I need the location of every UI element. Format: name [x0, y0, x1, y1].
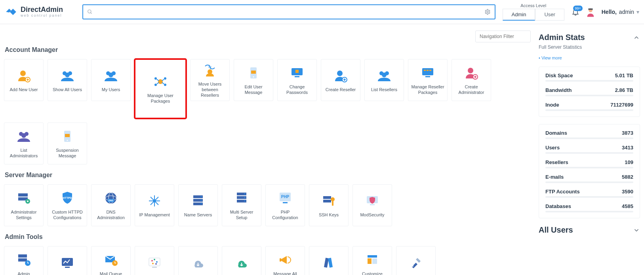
svg-point-66: [201, 199, 202, 201]
view-more-link[interactable]: • View more: [539, 55, 562, 60]
svg-point-25: [253, 76, 254, 77]
svg-point-39: [468, 68, 473, 73]
card-skin-manager[interactable]: Skin Manager: [309, 246, 349, 275]
svg-line-21: [162, 82, 164, 84]
brand-name: DirectAdmin: [21, 6, 63, 14]
card-suspension-message[interactable]: Suspension Message: [48, 122, 87, 164]
card-label: List Resellers: [371, 87, 397, 92]
stat-value: 2.86 TB: [615, 87, 633, 93]
card-add-new-user[interactable]: Add New User: [4, 59, 44, 101]
card-create-administrator[interactable]: Create Administrator: [452, 59, 491, 101]
card-label: Custom HTTPD Configurations: [50, 209, 84, 221]
card-change-passwords[interactable]: Change Passwords: [277, 59, 317, 101]
search-input[interactable]: [82, 4, 495, 19]
card-manage-reseller-packages[interactable]: Manage Reseller Packages: [408, 59, 448, 101]
users-icon: [59, 68, 75, 84]
svg-point-43: [21, 133, 26, 138]
svg-point-0: [88, 10, 91, 13]
card-message-all-users[interactable]: Message All Users: [265, 246, 305, 275]
card-create-reseller[interactable]: Create Reseller: [321, 59, 360, 101]
svg-rect-87: [65, 267, 70, 268]
notifications-button[interactable]: 99+: [572, 8, 579, 16]
card-maintenance[interactable]: Maintenance: [396, 246, 436, 275]
stat-row: Users3413: [545, 145, 633, 151]
svg-point-94: [155, 263, 157, 265]
mail-clock-icon: [103, 252, 119, 268]
card-ip-management[interactable]: IP Management: [135, 184, 174, 226]
card-name-servers[interactable]: Name Servers: [178, 184, 218, 226]
card-php-configuration[interactable]: PHPPHP Configuration: [265, 184, 305, 226]
notification-badge: 99+: [573, 6, 582, 11]
stat-value: 4585: [622, 203, 633, 209]
navigation-filter-input[interactable]: [475, 31, 531, 42]
card-multi-server-setup[interactable]: Multi Server Setup: [222, 184, 261, 226]
tools-icon: [408, 255, 424, 271]
svg-line-1: [91, 13, 92, 14]
admin-stats-header[interactable]: Admin Stats: [539, 33, 640, 42]
svg-rect-78: [323, 200, 331, 202]
access-tab-admin[interactable]: Admin: [503, 9, 535, 21]
shield-icon: HTTPD: [59, 190, 75, 206]
section-server-manager-grid: Administrator SettingsHTTPDCustom HTTPD …: [4, 184, 531, 226]
card-modsecurity[interactable]: ModSecurity: [352, 184, 392, 226]
svg-point-9: [65, 73, 70, 77]
access-tab-user[interactable]: User: [535, 9, 564, 21]
card-ssh-keys[interactable]: SSH Keys: [309, 184, 349, 226]
svg-point-61: [153, 199, 156, 202]
card-list-resellers[interactable]: List Resellers: [364, 59, 404, 101]
svg-rect-47: [18, 193, 28, 197]
globe-dns-icon: DNS: [103, 190, 119, 206]
card-label: SSH Keys: [319, 212, 339, 218]
user-plus-icon: [16, 68, 32, 84]
card-label: Suspension Message: [50, 147, 84, 159]
stat-name: Inode: [545, 102, 559, 108]
users-icon: [16, 128, 32, 144]
stat-row: E-mails5882: [545, 174, 633, 180]
card-custom-httpd-configurations[interactable]: HTTPDCustom HTTPD Configurations: [48, 184, 87, 226]
svg-point-29: [337, 71, 343, 76]
card-customize-evolution-skin[interactable]: Customize Evolution Skin: [352, 246, 392, 275]
card-list-administrators[interactable]: List Administrators: [4, 122, 44, 164]
card-cpanel-import[interactable]: cPanel Import: [222, 246, 261, 275]
card-service-monitor[interactable]: Service Monitor: [135, 246, 174, 275]
svg-rect-86: [62, 258, 73, 266]
admin-stats-title: Admin Stats: [539, 33, 585, 42]
stat-bar: [545, 167, 633, 168]
card-system-backup[interactable]: System Backup: [178, 246, 218, 275]
card-show-all-users[interactable]: Show All Users: [48, 59, 87, 101]
svg-rect-76: [283, 202, 288, 203]
svg-point-13: [158, 79, 163, 84]
all-users-header[interactable]: All Users: [539, 225, 640, 235]
card-manage-user-packages[interactable]: Manage User Packages: [135, 59, 186, 118]
card-edit-user-message[interactable]: Edit User Message: [234, 59, 273, 101]
section-account-manager-grid: Add New UserShow All UsersMy UsersManage…: [4, 59, 531, 164]
stat-row: Databases4585: [545, 203, 633, 209]
section-server-manager-title: Server Manager: [5, 172, 531, 179]
svg-point-90: [151, 260, 153, 262]
user-name: admin: [619, 9, 634, 15]
card-dns-administration[interactable]: DNSDNS Administration: [91, 184, 131, 226]
stat-bar: [545, 95, 633, 96]
gear-icon[interactable]: [484, 9, 491, 15]
card-label: Move Users between Resellers: [193, 81, 227, 98]
card-process-monitor[interactable]: Process Monitor: [48, 246, 87, 275]
logo[interactable]: DirectAdmin web control panel: [5, 6, 76, 18]
logo-icon: [5, 6, 17, 18]
svg-point-71: [244, 193, 246, 194]
card-my-users[interactable]: My Users: [91, 59, 131, 101]
card-label: Show All Users: [53, 87, 82, 92]
card-label: DNS Administration: [94, 209, 128, 221]
card-move-users-between-resellers[interactable]: Move Users between Resellers: [190, 59, 230, 101]
section-admin-tools-grid: Admin Backup/TransferProcess MonitorMail…: [4, 246, 531, 275]
svg-rect-45: [65, 134, 70, 137]
stat-name: FTP Accounts: [545, 189, 580, 195]
card-administrator-settings[interactable]: Administrator Settings: [4, 184, 44, 226]
chevron-up-icon: [633, 34, 640, 41]
megaphone-icon: [277, 252, 293, 268]
card-admin-backup-transfer[interactable]: Admin Backup/Transfer: [4, 246, 44, 275]
stat-name: Disk Space: [545, 73, 573, 78]
user-menu[interactable]: Hello, admin ▾: [602, 9, 639, 15]
card-mail-queue-administration[interactable]: Mail Queue Administration: [91, 246, 131, 275]
card-label: Name Servers: [184, 212, 212, 218]
users-icon: [103, 68, 119, 84]
